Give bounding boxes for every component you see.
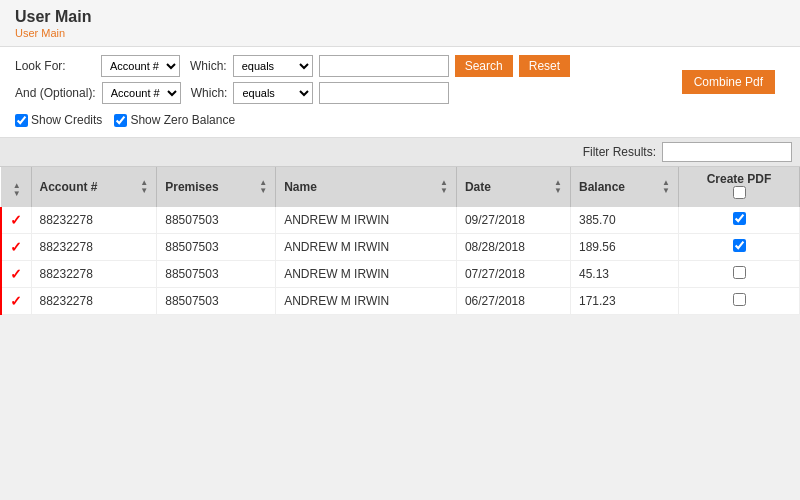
results-table: ▲▼ Account # ▲▼ Premises ▲▼ Nam — [0, 167, 800, 315]
col-header-name[interactable]: Name ▲▼ — [276, 167, 457, 207]
cell-balance: 171.23 — [571, 288, 679, 315]
which-label-1: Which: — [190, 59, 227, 73]
col-header-select: ▲▼ — [1, 167, 31, 207]
cell-date: 09/27/2018 — [456, 207, 570, 234]
cell-create-pdf[interactable] — [679, 261, 800, 288]
cell-name: ANDREW M IRWIN — [276, 288, 457, 315]
table-row: ✓8823227888507503ANDREW M IRWIN07/27/201… — [1, 261, 800, 288]
field2-select[interactable]: Account # Name Date Balance — [102, 82, 181, 104]
cell-create-pdf[interactable] — [679, 234, 800, 261]
table-row: ✓8823227888507503ANDREW M IRWIN06/27/201… — [1, 288, 800, 315]
create-pdf-checkbox[interactable] — [733, 293, 746, 306]
create-pdf-checkbox[interactable] — [733, 212, 746, 225]
cell-name: ANDREW M IRWIN — [276, 207, 457, 234]
cell-date: 06/27/2018 — [456, 288, 570, 315]
show-zero-balance-label: Show Zero Balance — [130, 113, 235, 127]
show-credits-checkbox-label[interactable]: Show Credits — [15, 113, 102, 127]
page-header: User Main User Main — [0, 0, 800, 47]
cell-premises: 88507503 — [157, 207, 276, 234]
operator2-select[interactable]: equals contains starts with ends with — [233, 82, 313, 104]
show-credits-label: Show Credits — [31, 113, 102, 127]
cell-balance: 189.56 — [571, 234, 679, 261]
operator1-select[interactable]: equals contains starts with ends with — [233, 55, 313, 77]
col-header-premises[interactable]: Premises ▲▼ — [157, 167, 276, 207]
row-icon[interactable]: ✓ — [1, 261, 31, 288]
col-header-account[interactable]: Account # ▲▼ — [31, 167, 157, 207]
search-area: Look For: Account # Name Date Balance Wh… — [0, 47, 800, 138]
cell-create-pdf[interactable] — [679, 207, 800, 234]
search-input-2[interactable] — [319, 82, 449, 104]
cell-balance: 45.13 — [571, 261, 679, 288]
show-credits-checkbox[interactable] — [15, 114, 28, 127]
cell-account: 88232278 — [31, 234, 157, 261]
show-zero-balance-checkbox-label[interactable]: Show Zero Balance — [114, 113, 235, 127]
show-zero-balance-checkbox[interactable] — [114, 114, 127, 127]
filter-input[interactable] — [662, 142, 792, 162]
cell-account: 88232278 — [31, 288, 157, 315]
row-icon[interactable]: ✓ — [1, 207, 31, 234]
cell-premises: 88507503 — [157, 234, 276, 261]
table-row: ✓8823227888507503ANDREW M IRWIN09/27/201… — [1, 207, 800, 234]
cell-date: 08/28/2018 — [456, 234, 570, 261]
cell-premises: 88507503 — [157, 261, 276, 288]
cell-account: 88232278 — [31, 207, 157, 234]
field1-select[interactable]: Account # Name Date Balance — [101, 55, 180, 77]
cell-name: ANDREW M IRWIN — [276, 234, 457, 261]
col-header-date[interactable]: Date ▲▼ — [456, 167, 570, 207]
search-button[interactable]: Search — [455, 55, 513, 77]
cell-date: 07/27/2018 — [456, 261, 570, 288]
create-pdf-checkbox[interactable] — [733, 266, 746, 279]
combine-pdf-button[interactable]: Combine Pdf — [682, 70, 775, 94]
filter-bar: Filter Results: — [0, 138, 800, 167]
col-header-balance[interactable]: Balance ▲▼ — [571, 167, 679, 207]
cell-account: 88232278 — [31, 261, 157, 288]
table-row: ✓8823227888507503ANDREW M IRWIN08/28/201… — [1, 234, 800, 261]
reset-button[interactable]: Reset — [519, 55, 570, 77]
which-label-2: Which: — [191, 86, 228, 100]
look-for-label: Look For: — [15, 59, 95, 73]
cell-create-pdf[interactable] — [679, 288, 800, 315]
cell-balance: 385.70 — [571, 207, 679, 234]
cell-name: ANDREW M IRWIN — [276, 261, 457, 288]
and-optional-label: And (Optional): — [15, 86, 96, 100]
page-title: User Main — [15, 8, 785, 26]
row-icon[interactable]: ✓ — [1, 234, 31, 261]
cell-premises: 88507503 — [157, 288, 276, 315]
search-input-1[interactable] — [319, 55, 449, 77]
create-pdf-header-checkbox[interactable] — [733, 186, 746, 199]
table-container: ▲▼ Account # ▲▼ Premises ▲▼ Nam — [0, 167, 800, 315]
col-header-create-pdf: Create PDF — [679, 167, 800, 207]
row-icon[interactable]: ✓ — [1, 288, 31, 315]
filter-label: Filter Results: — [583, 145, 656, 159]
create-pdf-checkbox[interactable] — [733, 239, 746, 252]
breadcrumb-link[interactable]: User Main — [15, 27, 65, 39]
